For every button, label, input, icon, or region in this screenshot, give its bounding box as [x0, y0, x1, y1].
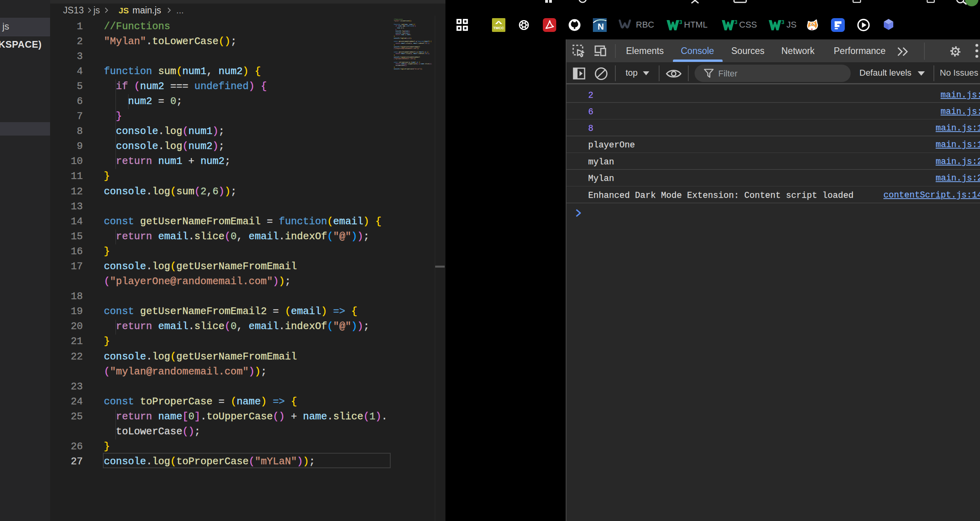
svg-text:3: 3	[734, 19, 737, 25]
svg-text:3: 3	[679, 19, 682, 25]
svg-text:N: N	[598, 22, 604, 32]
svg-text:TMCC: TMCC	[493, 26, 504, 30]
svg-text:3: 3	[781, 19, 784, 25]
